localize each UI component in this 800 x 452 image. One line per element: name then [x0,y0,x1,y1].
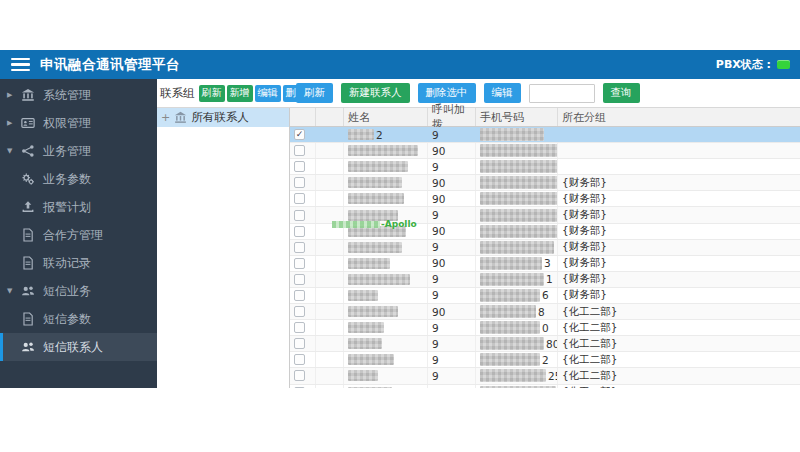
phone-cell: 80 [476,336,558,351]
name-cell [344,272,428,287]
row-checkbox[interactable] [294,290,305,301]
group-button[interactable]: 新增 [227,85,253,102]
name-cell [344,288,428,303]
row-checkbox[interactable] [294,387,305,388]
sidebar-item-短信参数[interactable]: 短信参数 [0,305,157,333]
tree-expander-icon[interactable]: + [161,112,170,123]
table-row[interactable]: 964{财务部} [290,207,800,223]
sidebar-item-label: 短信联系人 [43,339,103,356]
users-icon [21,340,35,354]
share-icon [21,144,35,158]
row-checkbox[interactable] [294,177,305,188]
masked-phone [480,257,542,270]
table-row[interactable]: 92{化工二部} [290,352,800,368]
group-cell: {化工二部} [558,385,800,389]
row-checkbox[interactable] [294,354,305,365]
column-header-0 [290,108,316,126]
table-row[interactable]: 9{财务部} [290,240,800,256]
phone-cell [476,224,558,239]
chevron-right-icon: ▶ [7,91,18,99]
phone-fragment: 3 [544,257,551,269]
phone-cell: 64 [476,207,558,222]
query-button[interactable]: 查询 [603,83,640,103]
row-checkbox[interactable] [294,210,305,221]
menu-icon[interactable] [11,55,30,75]
masked-phone [480,128,544,141]
row-checkbox[interactable] [294,258,305,269]
search-input[interactable] [529,84,595,103]
masked-name [348,161,408,172]
group-button[interactable]: 刷新 [199,85,225,102]
row-checkbox[interactable] [294,226,305,237]
table-row[interactable]: 909{财务部} [290,175,800,191]
phone-cell [476,240,558,255]
sidebar-item-label: 业务管理 [43,143,91,160]
sidebar-item-短信业务[interactable]: ▼短信业务 [0,277,157,305]
row-checkbox[interactable] [294,193,305,204]
group-cell: {财务部} [558,191,800,206]
row-checkbox[interactable] [294,274,305,285]
table-row[interactable]: 91{财务部} [290,272,800,288]
contact-button[interactable]: 刷新 [296,83,333,103]
masked-name [348,370,378,381]
sidebar-item-系统管理[interactable]: ▶系统管理 [0,81,157,109]
row-checkbox[interactable] [294,306,305,317]
row-spacer-cell [316,191,344,206]
id-card-icon [21,116,35,130]
sidebar-item-权限管理[interactable]: ▶权限管理 [0,109,157,137]
table-row[interactable]: 90{财务部} [290,224,800,240]
group-button[interactable]: 编辑 [255,85,281,102]
table-row[interactable]: 925{化工二部} [290,368,800,384]
table-row[interactable]: 907{财务部} [290,191,800,207]
sidebar-item-业务管理[interactable]: ▼业务管理 [0,137,157,165]
table-row[interactable]: 90 [290,143,800,159]
row-checkbox[interactable] [294,145,305,156]
table-row[interactable]: 96{财务部} [290,288,800,304]
sidebar-item-联动记录[interactable]: 联动记录 [0,249,157,277]
contact-button[interactable]: 新建联系人 [341,83,410,103]
tree-item-label: 所有联系人 [191,110,249,125]
row-checkbox[interactable] [294,242,305,253]
chevron-right-icon: ▶ [7,119,18,127]
phone-cell: 1 [476,272,558,287]
row-checkbox[interactable] [294,338,305,349]
top-bar: 申讯融合通讯管理平台 PBX状态 : [0,50,800,79]
row-spacer-cell [316,288,344,303]
sidebar: ▶系统管理▶权限管理▼业务管理业务参数报警计划合作方管理联动记录▼短信业务短信参… [0,79,157,388]
row-checkbox[interactable] [294,322,305,333]
row-checkbox-checked[interactable]: ✓ [294,129,305,140]
masked-name [348,274,410,285]
name-cell [344,320,428,335]
sidebar-item-报警计划[interactable]: 报警计划 [0,193,157,221]
sidebar-item-label: 权限管理 [43,115,91,132]
masked-phone [480,369,546,382]
name-cell [344,143,428,158]
contact-button[interactable]: 删除选中 [418,83,476,103]
file-icon [21,312,35,326]
dial-prefix-cell: 90 [428,224,476,239]
table-row[interactable]: 908{化工二部} [290,304,800,320]
column-header-呼叫加拨: 呼叫加拨 [428,108,476,126]
table-row[interactable]: 90{化工二部} [290,320,800,336]
table-row[interactable]: 980{化工二部} [290,336,800,352]
phone-cell: 0 [476,320,558,335]
bank-icon [174,111,187,124]
sidebar-item-合作方管理[interactable]: 合作方管理 [0,221,157,249]
table-row[interactable]: 90{化工二部} [290,385,800,389]
sidebar-item-短信联系人[interactable]: 短信联系人 [0,333,157,361]
tree-item-all-contacts[interactable]: + 所有联系人 [157,108,289,127]
name-cell [344,175,428,190]
row-spacer-cell [316,224,344,239]
table-row[interactable]: 9 [290,159,800,175]
contact-button[interactable]: 编辑 [484,83,521,103]
row-spacer-cell [316,336,344,351]
group-cell: {化工二部} [558,304,800,319]
masked-phone [480,160,558,173]
row-checkbox[interactable] [294,370,305,381]
table-row[interactable]: 903{财务部} [290,256,800,272]
column-header-手机号码: 手机号码 [476,108,558,126]
row-checkbox[interactable] [294,161,305,172]
table-row[interactable]: ✓29 [290,127,800,143]
sidebar-item-业务参数[interactable]: 业务参数 [0,165,157,193]
app-window: 申讯融合通讯管理平台 PBX状态 : ▶系统管理▶权限管理▼业务管理业务参数报警… [0,50,800,388]
